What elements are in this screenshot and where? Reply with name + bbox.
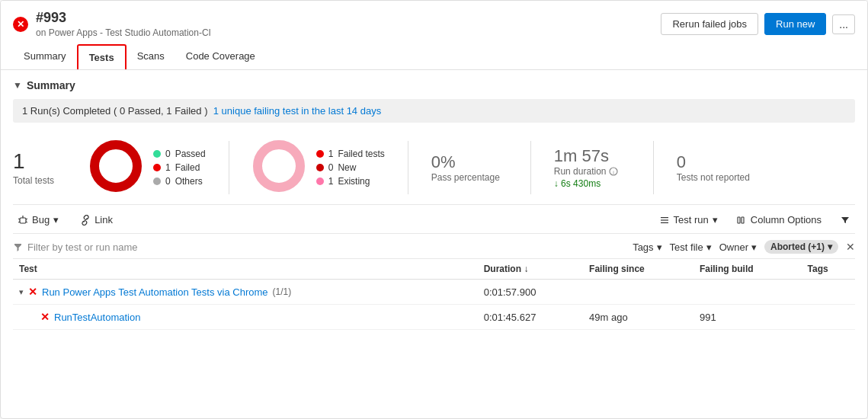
- test-count-badge: (1/1): [273, 286, 292, 297]
- test-file-label: Test file: [670, 241, 703, 253]
- filter-icon: [13, 242, 23, 252]
- owner-label: Owner: [719, 241, 748, 253]
- total-tests-label: Total tests: [13, 175, 54, 186]
- col-test: Test: [13, 259, 478, 280]
- run-duration-value: 1m 57s: [554, 146, 630, 166]
- table-header-row: Test Duration ↓ Failing since Failing bu…: [13, 259, 855, 280]
- aborted-filter[interactable]: Aborted (+1) ▾: [764, 240, 838, 254]
- group-failing-since: [583, 280, 693, 305]
- failed-tests-dot: [316, 150, 324, 158]
- filter-input-area[interactable]: Filter by test or run name: [13, 241, 138, 253]
- table-row: ▾ ✕ Run Power Apps Test Automation Tests…: [13, 280, 855, 305]
- passed-dot: [153, 150, 161, 158]
- bug-button[interactable]: Bug ▾: [13, 211, 63, 229]
- tags-chevron-icon: ▾: [657, 241, 662, 253]
- tab-summary[interactable]: Summary: [13, 44, 77, 69]
- column-options-button[interactable]: Column Options: [732, 211, 826, 229]
- group-tags: [802, 280, 855, 305]
- tags-filter[interactable]: Tags ▾: [633, 241, 661, 253]
- link-label: Link: [94, 214, 113, 225]
- test-file-chevron-icon: ▾: [706, 241, 712, 253]
- rerun-failed-button[interactable]: Rerun failed jobs: [661, 13, 758, 35]
- list-icon: [659, 215, 670, 225]
- filter-button[interactable]: [835, 212, 855, 229]
- group-failing-build: [693, 280, 802, 305]
- donut-1-legend: 0 Passed 1 Failed 0 Others: [153, 149, 206, 187]
- not-reported-stat: 0 Tests not reported: [677, 152, 753, 183]
- col-tags: Tags: [802, 259, 855, 280]
- tab-scans[interactable]: Scans: [127, 44, 175, 69]
- passed-count: 0: [165, 149, 171, 159]
- not-reported-value: 0: [677, 152, 753, 172]
- clear-filter-button[interactable]: ✕: [846, 241, 855, 253]
- owner-filter[interactable]: Owner ▾: [719, 241, 757, 253]
- child-test-link[interactable]: RunTestAutomation: [54, 312, 140, 323]
- divider-2: [408, 141, 408, 194]
- filter-placeholder: Filter by test or run name: [27, 241, 138, 253]
- child-failing-build: 991: [693, 305, 802, 330]
- passed-label: Passed: [175, 149, 206, 159]
- tab-bar: Summary Tests Scans Code Coverage: [13, 44, 855, 69]
- svg-point-3: [258, 145, 300, 187]
- owner-chevron-icon: ▾: [751, 241, 757, 253]
- pass-pct-stat: 0% Pass percentage: [431, 152, 508, 183]
- existing-label: Existing: [338, 176, 370, 187]
- columns-icon: [736, 215, 747, 225]
- others-count: 0: [165, 176, 171, 187]
- col-duration[interactable]: Duration ↓: [478, 259, 583, 280]
- failing-test-link[interactable]: 1 unique failing test in the last 14 day…: [213, 105, 381, 117]
- svg-rect-12: [661, 217, 668, 218]
- test-run-chevron-icon: ▾: [713, 214, 718, 225]
- run-new-button[interactable]: Run new: [764, 13, 826, 35]
- svg-rect-13: [661, 219, 668, 220]
- existing-dot: [316, 178, 324, 185]
- child-tags: [802, 305, 855, 330]
- sort-icon: ↓: [524, 264, 528, 274]
- close-button[interactable]: ✕: [13, 17, 28, 32]
- header: ✕ #993 on Power Apps - Test Studio Autom…: [1, 1, 867, 70]
- total-tests-stat: 1 Total tests: [13, 149, 66, 186]
- donut-svg-2: [252, 139, 306, 195]
- aborted-label: Aborted (+1): [770, 241, 825, 252]
- others-dot: [153, 178, 161, 185]
- test-group-link[interactable]: Run Power Apps Test Automation Tests via…: [42, 286, 268, 298]
- tab-tests[interactable]: Tests: [77, 44, 127, 69]
- svg-rect-6: [20, 218, 26, 223]
- failed-tests-label: Failed tests: [338, 149, 384, 159]
- svg-rect-14: [661, 222, 668, 222]
- expand-icon[interactable]: ▾: [19, 287, 24, 297]
- fail-icon: ✕: [28, 286, 37, 298]
- link-button[interactable]: Link: [75, 211, 117, 229]
- divider-1: [229, 141, 229, 194]
- run-duration-sub: ↓ 6s 430ms: [554, 178, 630, 189]
- divider-3: [530, 141, 531, 194]
- bug-icon: [18, 215, 28, 225]
- table-row: ✕ RunTestAutomation 0:01:45.627 49m ago …: [13, 305, 855, 330]
- stats-row: 1 Total tests: [13, 132, 855, 205]
- not-reported-label: Tests not reported: [677, 172, 753, 183]
- donut-chart-2: 1 Failed tests 0 New 1 Existing: [252, 139, 385, 195]
- total-tests-count: 1: [13, 149, 25, 174]
- donut-2-legend: 1 Failed tests 0 New 1 Existing: [316, 149, 385, 187]
- test-run-label: Test run: [674, 214, 709, 225]
- pass-pct-label: Pass percentage: [431, 172, 508, 183]
- filter-bar: Filter by test or run name Tags ▾ Test f…: [13, 234, 855, 259]
- tests-table: Test Duration ↓ Failing since Failing bu…: [13, 259, 855, 330]
- summary-title: Summary: [27, 79, 75, 91]
- funnel-icon: [840, 215, 850, 225]
- more-button[interactable]: ...: [832, 14, 855, 34]
- test-file-filter[interactable]: Test file ▾: [670, 241, 712, 253]
- fail-icon: ✕: [40, 311, 50, 323]
- failed-tests-count: 1: [328, 149, 334, 159]
- tags-label: Tags: [633, 241, 653, 253]
- failed-count: 1: [165, 162, 171, 173]
- existing-count: 1: [328, 176, 334, 187]
- divider-4: [653, 141, 654, 194]
- run-duration-label: Run duration i: [554, 166, 630, 177]
- tab-code-coverage[interactable]: Code Coverage: [175, 44, 266, 69]
- test-run-button[interactable]: Test run ▾: [655, 211, 722, 229]
- main-content: ▼ Summary 1 Run(s) Completed ( 0 Passed,…: [1, 70, 867, 418]
- new-dot: [316, 164, 324, 171]
- summary-header: ▼ Summary: [13, 79, 855, 91]
- group-duration: 0:01:57.900: [478, 280, 583, 305]
